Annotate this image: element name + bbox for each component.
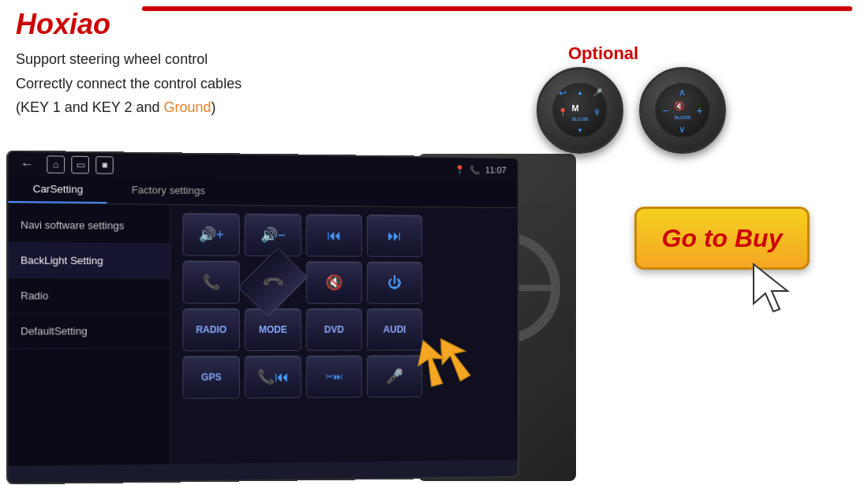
phone-icon: 📞 — [470, 165, 481, 175]
radio-button[interactable]: RADIO — [182, 308, 240, 351]
btn-row-3: RADIO MODE DVD AUDI — [182, 308, 506, 351]
control-circle-1-inner: ↩ ▲ 🎤 📍 MSLC/3S 🎙 ▼ — [552, 83, 608, 138]
ctrl1-m-label: MSLC/3S — [571, 103, 588, 122]
gps-button[interactable]: GPS — [182, 356, 240, 399]
vol-up-button[interactable]: 🔊+ — [182, 213, 240, 256]
apps-icon[interactable]: ■ — [95, 156, 114, 174]
dvd-button[interactable]: DVD — [306, 308, 362, 351]
mode-button[interactable]: MODE — [245, 308, 301, 351]
sidebar-item-backlight[interactable]: BackLight Setting — [8, 243, 170, 279]
control-circle-2-inner: ∧ − 🔇SLC/3S + ∨ — [655, 83, 710, 138]
ground-highlight: Ground — [163, 99, 211, 115]
call-button[interactable]: 📞 — [182, 260, 240, 303]
call-next-button[interactable]: ✂⏭ — [306, 356, 362, 398]
key-text-end: ) — [211, 99, 216, 115]
call-prev-button[interactable]: 📞⏮ — [245, 356, 301, 398]
settings-sidebar: Navi software settings BackLight Setting… — [8, 203, 170, 466]
ctrl1-map-icon: 📍 — [558, 108, 567, 117]
home-icon[interactable]: ⌂ — [47, 155, 65, 173]
status-left: ← ⌂ ▭ ■ — [21, 155, 114, 174]
optional-controls: ↩ ▲ 🎤 📍 MSLC/3S 🎙 ▼ ∧ − 🔇SLC/3S + — [537, 67, 726, 154]
cursor-arrow — [750, 260, 797, 319]
mic-button[interactable]: 🎤 — [367, 355, 422, 397]
settings-tabs: CarSetting Factory settings — [8, 176, 517, 208]
steering-control-2: ∧ − 🔇SLC/3S + ∨ — [639, 67, 726, 154]
main-description: Support steering wheel control Correctly… — [16, 47, 241, 120]
ctrl2-down-icon: ∨ — [679, 124, 686, 135]
mute-button[interactable]: 🔇 — [306, 261, 362, 304]
prev-track-button[interactable]: ⏮ — [306, 214, 362, 256]
control-buttons-area: 🔊+ 🔊− ⏮ ⏭ 📞 📞 🔇 ⏻ RADIO MODE DVD AUDI — [170, 205, 518, 464]
gps-icon: 📍 — [455, 165, 466, 175]
window-icon[interactable]: ▭ — [71, 156, 89, 174]
go-to-buy-label: Go to Buy — [662, 224, 783, 253]
ctrl2-up-icon: ∧ — [679, 87, 686, 98]
ctrl1-bot-icon: ▼ — [577, 127, 583, 134]
key-text-start: (KEY 1 and KEY 2 and — [16, 99, 163, 115]
ctrl2-vol-label: 🔇SLC/3S — [674, 101, 690, 121]
car-unit-screen: ← ⌂ ▭ ■ 📍 📞 11:07 CarSetting Factory set… — [6, 150, 518, 484]
svg-marker-0 — [754, 264, 788, 312]
time-display: 11:07 — [485, 166, 506, 175]
optional-label: Optional — [568, 43, 638, 64]
status-right: 📍 📞 11:07 — [455, 165, 506, 176]
connect-text: Correctly connect the control cables — [16, 72, 241, 96]
ctrl1-mic-icon: 🎤 — [593, 88, 602, 97]
btn-row-2: 📞 📞 🔇 ⏻ — [182, 260, 506, 304]
ctrl1-back-icon: ↩ — [559, 88, 567, 99]
btn-row-1: 🔊+ 🔊− ⏮ ⏭ — [182, 213, 506, 257]
logo: Hoxiao — [16, 8, 110, 41]
top-bar — [142, 6, 852, 11]
ctrl2-minus-icon: − — [662, 104, 668, 117]
sidebar-item-default[interactable]: DefaultSetting — [8, 314, 170, 349]
sidebar-item-navi[interactable]: Navi software settings — [8, 207, 170, 244]
sidebar-item-radio[interactable]: Radio — [8, 278, 170, 314]
back-icon[interactable]: ← — [21, 157, 34, 172]
ctrl1-top-icon: ▲ — [577, 89, 583, 96]
audio-button[interactable]: AUDI — [367, 308, 422, 351]
support-text: Support steering wheel control — [16, 47, 241, 72]
hangup-button[interactable]: 📞 — [238, 248, 308, 318]
btn-row-4: GPS 📞⏮ ✂⏭ 🎤 — [182, 355, 506, 399]
key-text: (KEY 1 and KEY 2 and Ground) — [16, 95, 241, 120]
power-button[interactable]: ⏻ — [367, 262, 422, 304]
vol-down-button[interactable]: 🔊− — [245, 214, 301, 256]
tab-carsetting[interactable]: CarSetting — [8, 176, 107, 203]
next-track-button[interactable]: ⏭ — [367, 215, 422, 257]
tab-factory[interactable]: Factory settings — [107, 177, 229, 205]
ctrl1-mic2-icon: 🎙 — [593, 108, 601, 117]
settings-body: Navi software settings BackLight Setting… — [8, 203, 517, 466]
ctrl2-plus-icon: + — [697, 104, 703, 117]
steering-control-1: ↩ ▲ 🎤 📍 MSLC/3S 🎙 ▼ — [537, 67, 623, 154]
